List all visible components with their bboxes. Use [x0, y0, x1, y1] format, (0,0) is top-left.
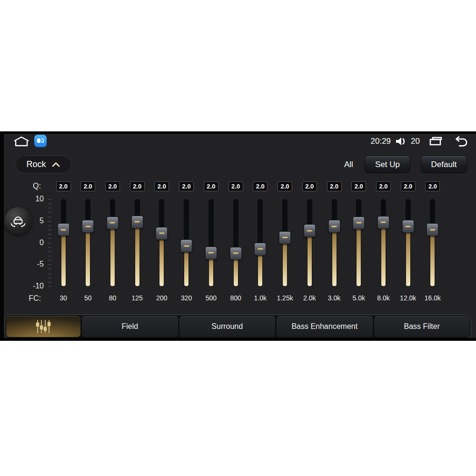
- tab-bass-enhancement[interactable]: Bass Enhancement: [277, 316, 373, 337]
- axis-tick: [48, 282, 51, 283]
- axis-label--5: -5: [23, 260, 44, 268]
- slider-thumb-3.0k[interactable]: [328, 220, 340, 233]
- axis-tick: [48, 203, 51, 204]
- speaker-icon: [395, 137, 407, 146]
- status-right-cluster: 20:29 20: [371, 134, 468, 149]
- axis-tick: [48, 286, 51, 287]
- axis-tick: [48, 273, 51, 274]
- q-value-5.0k[interactable]: 2.0: [351, 181, 366, 191]
- status-bar: 20:29 20: [0, 134, 476, 149]
- slider-thumb-50[interactable]: [82, 220, 94, 233]
- axis-tick: [48, 234, 51, 235]
- axis-tick: [48, 251, 51, 252]
- tab-bass-filter[interactable]: Bass Filter: [374, 316, 470, 337]
- q-value-16.0k[interactable]: 2.0: [425, 181, 440, 191]
- q-value-1.25k[interactable]: 2.0: [278, 181, 292, 191]
- thumb-grip: [331, 226, 337, 228]
- q-value-1.0k[interactable]: 2.0: [253, 181, 268, 191]
- axis-label-0: 0: [23, 238, 44, 247]
- slider-thumb-8.0k[interactable]: [377, 216, 389, 229]
- slider-fill-50: [86, 227, 90, 286]
- q-value-320[interactable]: 2.0: [179, 181, 194, 191]
- slider-fill-200: [159, 233, 164, 286]
- slider-thumb-1.25k[interactable]: [279, 231, 291, 244]
- back-icon[interactable]: [453, 135, 468, 148]
- slider-thumb-320[interactable]: [180, 239, 192, 252]
- slider-thumb-200[interactable]: [156, 227, 168, 240]
- q-row-label: Q:: [24, 182, 41, 190]
- thumb-grip: [159, 232, 165, 234]
- thumb-grip: [429, 229, 436, 231]
- left-bezel: [0, 131, 4, 341]
- preset-name: Rock: [26, 159, 46, 169]
- slider-fill-125: [135, 222, 139, 286]
- axis-tick: [48, 243, 51, 244]
- q-value-500[interactable]: 2.0: [204, 181, 218, 191]
- tab-surround[interactable]: Surround: [179, 316, 276, 337]
- thumb-grip: [208, 252, 214, 254]
- tab-eq[interactable]: [6, 316, 80, 337]
- q-value-30[interactable]: 2.0: [56, 181, 71, 191]
- slider-thumb-30[interactable]: [58, 223, 69, 236]
- q-value-800[interactable]: 2.0: [228, 181, 243, 191]
- clock: 20:29: [371, 137, 391, 146]
- fc-value-16.0k: 16.0k: [418, 294, 447, 302]
- slider-thumb-800[interactable]: [230, 247, 242, 260]
- q-value-12.0k[interactable]: 2.0: [401, 181, 416, 191]
- slider-fill-1.25k: [283, 238, 287, 286]
- preset-dropdown[interactable]: Rock: [15, 156, 71, 173]
- bottom-bezel: [0, 338, 476, 341]
- all-button[interactable]: All: [344, 160, 353, 169]
- thumb-grip: [85, 226, 91, 228]
- audio-app-icon[interactable]: [34, 135, 47, 147]
- thumb-grip: [109, 222, 116, 224]
- slider-fill-2.0k: [307, 231, 312, 286]
- slider-fill-80: [110, 223, 115, 286]
- slider-thumb-1.0k[interactable]: [254, 243, 266, 256]
- slider-thumb-16.0k[interactable]: [426, 223, 438, 236]
- slider-thumb-12.0k[interactable]: [402, 220, 414, 233]
- slider-thumb-2.0k[interactable]: [304, 224, 316, 237]
- thumb-grip: [356, 222, 362, 224]
- home-icon[interactable]: [12, 135, 30, 148]
- q-value-200[interactable]: 2.0: [154, 181, 169, 191]
- recent-apps-icon[interactable]: [428, 136, 444, 147]
- axis-tick: [48, 268, 51, 269]
- q-value-3.0k[interactable]: 2.0: [327, 181, 342, 191]
- equalizer-screen: 20:29 20 Rock: [0, 131, 476, 341]
- slider-fill-16.0k: [430, 230, 435, 286]
- thumb-grip: [257, 248, 263, 250]
- axis-tick: [48, 256, 51, 257]
- q-value-8.0k[interactable]: 2.0: [376, 181, 391, 191]
- q-value-50[interactable]: 2.0: [80, 181, 95, 191]
- volume-level: 20: [411, 137, 420, 146]
- axis-tick: [48, 225, 51, 226]
- axis-tick: [48, 264, 51, 265]
- axis-label-10: 10: [23, 195, 44, 203]
- q-value-80[interactable]: 2.0: [105, 181, 120, 191]
- slider-fill-8.0k: [381, 222, 386, 286]
- axis-label--10: -10: [23, 282, 44, 290]
- slider-thumb-500[interactable]: [205, 247, 217, 259]
- axis-tick: [48, 238, 51, 239]
- thumb-grip: [282, 237, 288, 238]
- q-value-125[interactable]: 2.0: [130, 181, 145, 191]
- thumb-grip: [134, 221, 140, 223]
- default-button[interactable]: Default: [421, 156, 467, 173]
- car-surround-icon[interactable]: [4, 207, 32, 235]
- chevron-up-icon: [52, 162, 60, 167]
- q-value-2.0k[interactable]: 2.0: [302, 181, 317, 191]
- slider-thumb-125[interactable]: [131, 216, 143, 228]
- tab-field[interactable]: Field: [82, 316, 178, 337]
- thumb-grip: [380, 221, 387, 223]
- axis-tick: [48, 212, 51, 213]
- axis-tick: [48, 260, 51, 261]
- axis-tick: [48, 221, 51, 222]
- axis-tick: [48, 199, 51, 200]
- bottom-tab-bar: FieldSurroundBass EnhancementBass Filter: [5, 315, 471, 338]
- slider-thumb-5.0k[interactable]: [353, 217, 365, 229]
- slider-fill-5.0k: [357, 223, 361, 286]
- axis-tick: [48, 278, 51, 278]
- slider-thumb-80[interactable]: [107, 217, 119, 229]
- setup-button[interactable]: Set Up: [365, 156, 410, 173]
